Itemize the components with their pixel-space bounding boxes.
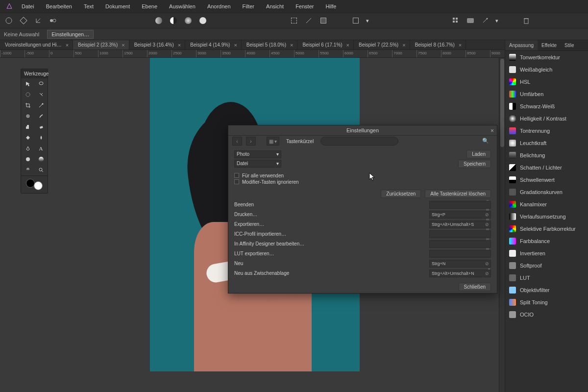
close-icon[interactable]: × [459, 42, 462, 48]
tab-effekte[interactable]: Effekte [538, 40, 561, 50]
tab-stile[interactable]: Stile [561, 40, 578, 50]
adjustment-item[interactable]: OCIO [505, 308, 588, 320]
menu-text[interactable]: Text [78, 0, 99, 13]
category-select[interactable]: Datei▾ [234, 160, 281, 168]
clear-all-button[interactable]: Alle Tastenkürzel löschen [425, 190, 491, 198]
close-icon[interactable]: × [66, 42, 69, 48]
dialog-titlebar[interactable]: Einstellungen × [228, 125, 497, 136]
nav-fwd-icon[interactable]: › [246, 137, 256, 146]
shortcut-field[interactable]: Strg+Alt+Umschalt+N⊘ [429, 270, 491, 277]
menu-file[interactable]: Datei [16, 0, 40, 13]
adjustment-item[interactable]: Gradationskurven [505, 186, 588, 198]
adjustment-item[interactable]: Verlaufsumsetzung [505, 210, 588, 222]
shortcut-field[interactable]: Strg+N⊘ [429, 260, 491, 268]
menu-view[interactable]: Ansicht [260, 0, 290, 13]
adjustment-item[interactable]: Kanalmixer [505, 198, 588, 210]
chevron-down-icon[interactable]: ▾ [494, 15, 500, 26]
paint-brush-icon[interactable] [34, 111, 48, 122]
shortcut-field[interactable] [429, 230, 491, 238]
doc-tab[interactable]: Voreinstellungen und Hi…× [0, 40, 73, 49]
adjustment-item[interactable]: Helligkeit / Kontrast [505, 112, 588, 124]
doc-tab[interactable]: Beispiel 3 (16.4%)× [129, 40, 186, 49]
background-swatch[interactable] [34, 181, 43, 190]
chevron-down-icon[interactable]: ▾ [365, 15, 370, 26]
shortcut-field[interactable] [429, 250, 491, 258]
menu-document[interactable]: Dokument [99, 0, 136, 13]
reset-button[interactable]: Zurücksetzen [381, 190, 421, 198]
lasso-tool-icon[interactable] [34, 78, 48, 89]
grid-icon[interactable] [450, 15, 462, 26]
close-icon[interactable]: × [346, 42, 349, 48]
menu-select[interactable]: Auswählen [163, 0, 201, 13]
shortcut-field[interactable]: Strg+Alt+Umschalt+S⊘ [429, 220, 491, 228]
flood-select-icon[interactable] [34, 89, 48, 100]
selection-brush-icon[interactable] [21, 89, 34, 100]
adjustment-item[interactable]: Belichtung [505, 149, 588, 161]
snap-icon[interactable] [350, 15, 362, 26]
shortcut-field[interactable] [429, 201, 491, 209]
zoom-tool-icon[interactable] [34, 165, 48, 175]
tab-anpassung[interactable]: Anpassung [505, 40, 538, 50]
apply-all-checkbox[interactable]: Für alle verwenden [234, 173, 491, 178]
shortcut-field[interactable]: Strg+P⊘ [429, 211, 491, 219]
persona-photo-icon[interactable] [3, 15, 15, 26]
clone-tool-icon[interactable] [21, 122, 34, 132]
marquee-line-icon[interactable] [303, 15, 315, 26]
adjustment-item[interactable]: Umfärben [505, 88, 588, 100]
trash-icon[interactable] [520, 15, 532, 26]
adjustment-item[interactable]: Split Toning [505, 296, 588, 308]
blend-normal-icon[interactable] [153, 15, 165, 26]
persona-tone-icon[interactable] [47, 15, 59, 26]
blend-half-icon[interactable] [168, 15, 179, 26]
adjustment-item[interactable]: LUT [505, 271, 588, 284]
close-icon[interactable]: × [178, 42, 181, 48]
close-icon[interactable]: × [234, 42, 237, 48]
load-button[interactable]: Laden [466, 150, 491, 158]
marquee-rect-icon[interactable] [288, 15, 300, 26]
menu-window[interactable]: Fenster [290, 0, 319, 13]
adjustment-item[interactable]: Leuchtkraft [505, 137, 588, 149]
adjustment-item[interactable]: Tontrennung [505, 124, 588, 137]
nav-back-icon[interactable]: ‹ [232, 137, 242, 146]
assistant-icon[interactable] [465, 15, 476, 26]
pen-tool-icon[interactable] [21, 143, 34, 154]
canvas-scrollbar[interactable] [499, 58, 505, 392]
close-icon[interactable]: × [490, 127, 494, 134]
adjustment-item[interactable]: Invertieren [505, 247, 588, 259]
adjustment-item[interactable]: Farbbalance [505, 235, 588, 247]
clear-icon[interactable]: ⊘ [485, 212, 489, 217]
fill-tool-icon[interactable] [21, 132, 34, 143]
color-swatches[interactable] [21, 175, 48, 193]
grid-view-icon[interactable]: ▦ ▾ [267, 137, 279, 146]
close-button[interactable]: Schließen [459, 283, 491, 291]
crop-tool-icon[interactable] [21, 100, 34, 111]
persona-select[interactable]: Photo▾ [234, 150, 281, 158]
menu-arrange[interactable]: Anordnen [201, 0, 237, 13]
adjustment-item[interactable]: HSL [505, 75, 588, 88]
adjustment-item[interactable]: Softproof [505, 259, 588, 271]
text-tool-icon[interactable]: A [34, 143, 48, 154]
adjustment-item[interactable]: Tonwertkorrektur [505, 51, 588, 63]
move-tool-icon[interactable] [21, 78, 34, 89]
blur-tool-icon[interactable] [34, 132, 48, 143]
doc-tab[interactable]: Beispiel 2 (23.3%)× [73, 40, 129, 49]
adjustment-item[interactable]: Objektivfilter [505, 284, 588, 296]
save-button[interactable]: Speichern [458, 160, 491, 168]
close-icon[interactable]: × [290, 42, 293, 48]
menu-layer[interactable]: Ebene [136, 0, 163, 13]
clear-icon[interactable]: ⊘ [485, 222, 489, 227]
menu-edit[interactable]: Bearbeiten [40, 0, 78, 13]
adjustment-item[interactable]: Weißabgleich [505, 63, 588, 75]
clear-icon[interactable]: ⊘ [485, 271, 489, 276]
close-icon[interactable]: × [402, 42, 405, 48]
blend-soft-icon[interactable] [182, 15, 194, 26]
blend-full-icon[interactable] [197, 15, 209, 26]
context-chip[interactable]: Einstellungen… [47, 30, 94, 39]
doc-tab[interactable]: Beispiel 7 (22.5%)× [354, 40, 410, 49]
erase-tool-icon[interactable] [34, 122, 48, 132]
shape-tool-icon[interactable] [21, 154, 34, 165]
hand-tool-icon[interactable] [21, 165, 34, 175]
doc-tab[interactable]: Beispiel 4 (14.9%)× [185, 40, 242, 49]
adjustment-item[interactable]: Schatten / Lichter [505, 161, 588, 173]
persona-liquify-icon[interactable] [18, 15, 29, 26]
